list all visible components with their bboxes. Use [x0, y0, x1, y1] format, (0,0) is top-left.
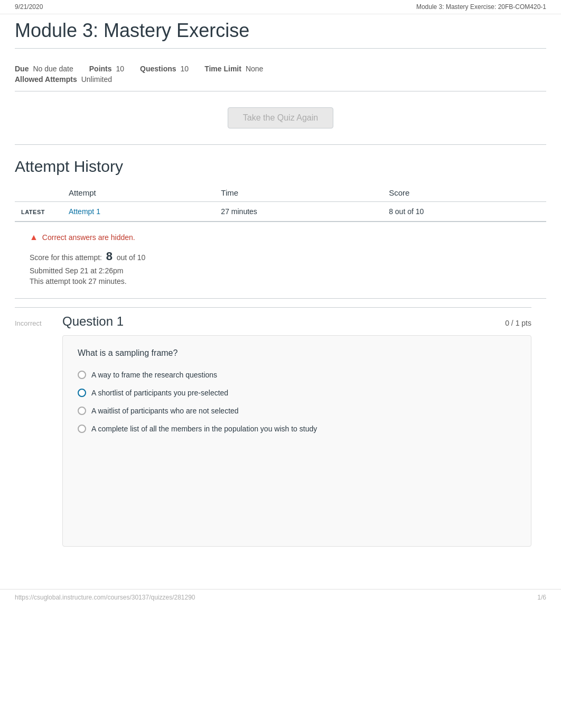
- submitted-text: Submitted Sep 21 at 2:26pm: [30, 266, 531, 275]
- question-pts: 0 / 1 pts: [505, 319, 531, 327]
- footer-page: 1/6: [537, 594, 546, 601]
- answer-option: A way to frame the research questions: [78, 371, 516, 379]
- points-value: 10: [116, 64, 125, 73]
- allowed-value: Unlimited: [81, 75, 112, 84]
- score-label: Score for this attempt:: [30, 253, 102, 262]
- attempt-detail-box: ▲ Correct answers are hidden. Score for …: [15, 222, 546, 299]
- attempt-score: 8 out of 10: [382, 202, 546, 222]
- take-quiz-button[interactable]: Take the Quiz Again: [228, 107, 333, 128]
- top-breadcrumb: Module 3: Mastery Exercise: 20FB-COM420-…: [416, 3, 546, 11]
- due-value: No due date: [33, 64, 73, 73]
- answer-option: A complete list of all the members in th…: [78, 425, 516, 433]
- table-row: LATEST Attempt 1 27 minutes 8 out of 10: [15, 202, 546, 222]
- page-title: Module 3: Mastery Exercise: [15, 20, 546, 49]
- hidden-notice-text: Correct answers are hidden.: [42, 233, 135, 242]
- allowed-label: Allowed Attempts: [15, 75, 77, 84]
- footer-bar: https://csuglobal.instructure.com/course…: [0, 589, 561, 605]
- questions-label: Questions: [140, 64, 176, 73]
- time-limit-value: None: [246, 64, 263, 73]
- attempt-history-title: Attempt History: [15, 158, 546, 176]
- quiz-action-area: Take the Quiz Again: [15, 91, 546, 145]
- question-box: What is a sampling frame? A way to frame…: [62, 335, 531, 547]
- answer-text: A complete list of all the members in th…: [91, 425, 317, 433]
- col-time: Time: [214, 184, 382, 202]
- question-text: What is a sampling frame?: [78, 348, 516, 358]
- answer-text: A way to frame the research questions: [91, 371, 217, 379]
- incorrect-label: Incorrect: [15, 319, 52, 327]
- attempt-link[interactable]: Attempt 1: [69, 207, 100, 216]
- questions-value: 10: [181, 64, 189, 73]
- footer-url: https://csuglobal.instructure.com/course…: [15, 594, 195, 601]
- duration-text: This attempt took 27 minutes.: [30, 277, 531, 285]
- score-number: 8: [106, 250, 113, 263]
- score-suffix: out of 10: [117, 253, 146, 262]
- points-label: Points: [89, 64, 112, 73]
- col-score: Score: [382, 184, 546, 202]
- due-label: Due: [15, 64, 29, 73]
- col-attempt: Attempt: [62, 184, 214, 202]
- radio-circle: [78, 389, 86, 397]
- time-limit-label: Time Limit: [204, 64, 241, 73]
- attempt-table: Attempt Time Score LATEST Attempt 1 27 m…: [15, 184, 546, 222]
- meta-info: Due No due date Points 10 Questions 10 T…: [15, 57, 546, 91]
- warning-icon: ▲: [30, 233, 38, 242]
- question-section: Incorrect Question 1 0 / 1 pts What is a…: [15, 299, 546, 547]
- answer-text: A shortlist of participants you pre-sele…: [91, 389, 228, 397]
- answer-option: A shortlist of participants you pre-sele…: [78, 389, 516, 397]
- question-title: Question 1: [62, 314, 124, 329]
- radio-circle: [78, 425, 86, 433]
- attempt-time: 27 minutes: [214, 202, 382, 222]
- radio-circle: [78, 371, 86, 379]
- latest-tag: LATEST: [21, 209, 45, 215]
- answer-text: A waitlist of participants who are not s…: [91, 407, 239, 415]
- radio-circle: [78, 407, 86, 415]
- answer-option: A waitlist of participants who are not s…: [78, 407, 516, 415]
- top-date: 9/21/2020: [15, 3, 43, 11]
